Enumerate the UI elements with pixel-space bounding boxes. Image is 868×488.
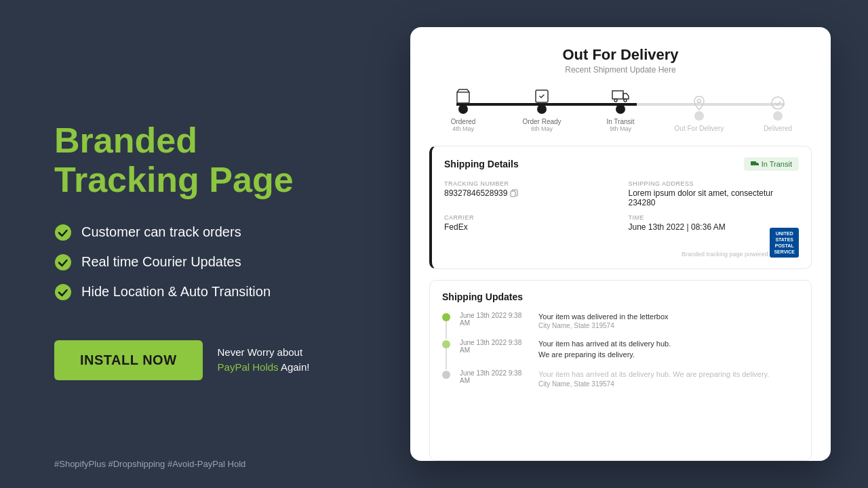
paypal-note-text2: Again! <box>279 361 310 373</box>
tracking-number: 89327846528939 <box>444 188 507 198</box>
feature-text-2: Real time Courier Updates <box>81 254 241 270</box>
update-dot-1 <box>442 313 450 321</box>
step-date-3: 9th May <box>610 125 631 132</box>
powered-by: Branded tracking page powered by Uptrack <box>444 251 799 258</box>
usps-logo-container: UNITEDSTATESPOSTALSERVICE <box>770 228 799 258</box>
carrier-value: FedEx <box>444 222 615 232</box>
svg-point-7 <box>698 100 701 103</box>
install-now-button[interactable]: INSTALL NOW <box>54 340 203 380</box>
svg-point-5 <box>614 99 617 102</box>
update-item-3: June 13th 2022 9:38 AM Your item has arr… <box>442 369 799 396</box>
address-label: SHIPPING ADDRESS <box>629 180 800 187</box>
copy-icon <box>510 189 518 197</box>
right-panel: Out For Delivery Recent Shipment Update … <box>387 0 868 488</box>
status-title: Out For Delivery <box>429 46 812 64</box>
tracking-value: 89327846528939 <box>444 188 615 198</box>
features-list: Customer can track orders Real time Cour… <box>54 224 346 313</box>
update-item-1: June 13th 2022 9:38 AM Your item was del… <box>442 312 799 339</box>
step-label-1: Ordered <box>451 118 476 125</box>
update-item-2: June 13th 2022 9:38 AM Your item has arr… <box>442 339 799 369</box>
shipping-grid: TRACKING NUMBER 89327846528939 SHIPPING … <box>444 180 799 232</box>
update-dot-2 <box>442 340 450 348</box>
step-label-4: Out For Delivery <box>675 125 724 132</box>
step-dot-2 <box>537 104 547 114</box>
status-header: Out For Delivery Recent Shipment Update … <box>429 46 812 75</box>
headline-line2: Tracking Page <box>54 160 294 199</box>
feature-item-3: Hide Location & Auto Transition <box>54 283 346 301</box>
time-label: TIME <box>629 214 800 221</box>
in-transit-badge: In Transit <box>744 157 799 171</box>
update-timeline: June 13th 2022 9:38 AM Your item was del… <box>442 312 799 397</box>
update-location-3: City Name, State 319574 <box>538 380 769 388</box>
update-time-2: June 13th 2022 9:38 AM <box>460 339 528 360</box>
shipping-details-inner: TRACKING NUMBER 89327846528939 SHIPPING … <box>444 180 799 258</box>
feature-text-1: Customer can track orders <box>81 224 241 240</box>
update-text-block-1: Your item was delivered in the letterbox… <box>538 312 669 329</box>
truck-icon <box>611 88 630 104</box>
step-delivered: Delivered <box>751 95 805 132</box>
step-label-2: Order Ready <box>522 118 561 125</box>
svg-point-6 <box>624 99 627 102</box>
location-icon <box>691 95 707 111</box>
paypal-highlight: PayPal Holds <box>218 361 279 373</box>
shipping-details-header: Shipping Details In Transit <box>444 157 799 171</box>
update-content-2: June 13th 2022 9:38 AM Your item has arr… <box>460 339 799 360</box>
update-location-1: City Name, State 319574 <box>538 322 669 329</box>
paypal-note: Never Worry about PayPal Holds Again! <box>218 345 310 375</box>
step-dot-3 <box>616 104 625 114</box>
headline: Branded Tracking Page <box>54 121 346 199</box>
delivered-icon <box>770 95 786 111</box>
update-text-2: Your item has arrived at its delivery hu… <box>538 339 671 360</box>
cta-row: INSTALL NOW Never Worry about PayPal Hol… <box>54 340 346 380</box>
svg-point-0 <box>55 224 71 241</box>
carrier-label: CARRIER <box>444 214 615 221</box>
tracking-card: Out For Delivery Recent Shipment Update … <box>410 27 831 461</box>
order-ready-icon <box>534 88 550 104</box>
shipping-details-card: Shipping Details In Transit TRACKING NUM… <box>429 146 812 269</box>
step-label-3: In Transit <box>606 118 634 125</box>
shipping-updates-card: Shipping Updates June 13th 2022 9:38 AM … <box>429 280 812 461</box>
shipping-details-title: Shipping Details <box>444 159 519 169</box>
progress-steps: Ordered 4th May Order Ready 6th May <box>429 88 812 132</box>
status-subtitle: Recent Shipment Update Here <box>429 65 812 75</box>
step-date-1: 4th May <box>452 125 474 132</box>
usps-logo: UNITEDSTATESPOSTALSERVICE <box>770 228 799 258</box>
progress-section: Ordered 4th May Order Ready 6th May <box>429 88 812 132</box>
updates-title: Shipping Updates <box>442 291 799 302</box>
feature-item-2: Real time Courier Updates <box>54 253 346 271</box>
carrier-field: CARRIER FedEx <box>444 214 615 232</box>
step-date-2: 6th May <box>531 125 553 132</box>
svg-rect-9 <box>751 161 756 165</box>
step-dot-4 <box>694 111 704 121</box>
svg-point-2 <box>55 284 71 300</box>
address-value: Lorem ipsum dolor sit amet, consectetur … <box>629 188 800 207</box>
check-icon-3 <box>54 283 72 301</box>
update-text-1: Your item was delivered in the letterbox <box>538 312 669 322</box>
svg-rect-10 <box>511 191 515 197</box>
cart-icon <box>455 88 471 104</box>
update-time-1: June 13th 2022 9:38 AM <box>460 312 528 329</box>
check-icon-1 <box>54 224 72 241</box>
update-text-block-2: Your item has arrived at its delivery hu… <box>538 339 671 360</box>
feature-text-3: Hide Location & Auto Transition <box>81 284 271 300</box>
step-out-delivery: Out For Delivery <box>672 95 726 132</box>
transit-badge-icon <box>751 160 759 168</box>
step-order-ready: Order Ready 6th May <box>515 88 569 132</box>
left-panel: Branded Tracking Page Customer can track… <box>0 0 387 488</box>
badge-text: In Transit <box>762 160 792 168</box>
address-field: SHIPPING ADDRESS Lorem ipsum dolor sit a… <box>629 180 800 207</box>
step-label-5: Delivered <box>764 125 792 132</box>
svg-point-8 <box>772 97 784 109</box>
hashtags: #ShopifyPlus #Dropshipping #Avoid-PayPal… <box>54 459 245 469</box>
check-icon-2 <box>54 253 72 271</box>
paypal-note-text1: Never Worry about <box>218 346 303 358</box>
step-in-transit: In Transit 9th May <box>593 88 648 132</box>
svg-point-1 <box>55 254 71 270</box>
headline-line1: Branded <box>54 121 197 160</box>
update-content-1: June 13th 2022 9:38 AM Your item was del… <box>460 312 799 329</box>
step-dot-5 <box>773 111 783 121</box>
update-text-block-3: Your item has arrived at its delivery hu… <box>538 369 769 387</box>
feature-item-1: Customer can track orders <box>54 224 346 241</box>
tracking-label: TRACKING NUMBER <box>444 180 615 187</box>
update-content-3: June 13th 2022 9:38 AM Your item has arr… <box>460 369 799 387</box>
